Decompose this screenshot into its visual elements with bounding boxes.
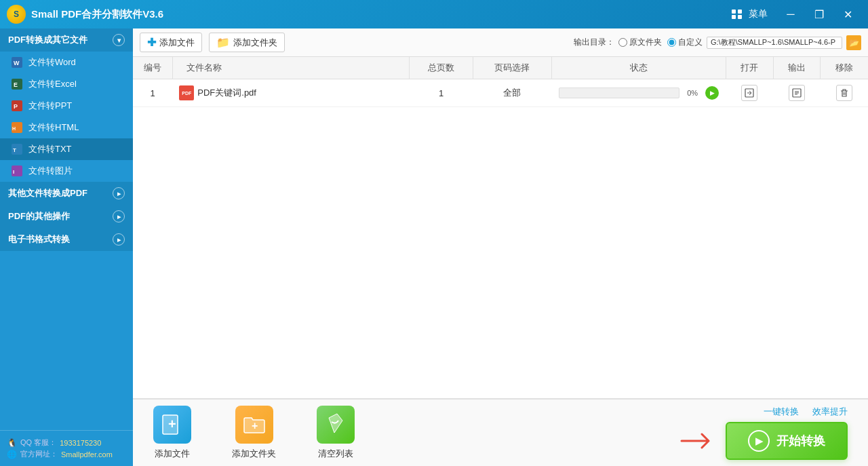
site-link[interactable]: Smallpdfer.com <box>61 450 113 459</box>
add-folder-big-label: 添加文件夹 <box>232 448 276 460</box>
start-area: 一键转换 效率提升 ▶ 开始转换 <box>678 406 848 460</box>
svg-text:W: W <box>14 60 20 66</box>
add-folder-big-icon: + <box>235 406 273 444</box>
col-output: 输出 <box>773 57 821 79</box>
maximize-button[interactable]: ❐ <box>806 5 833 24</box>
radio-group: 原文件夹 自定义 <box>618 37 703 48</box>
sidebar-section-label: 其他文件转换成PDF <box>8 187 87 199</box>
radio-original-input[interactable] <box>618 38 627 47</box>
sidebar-section-pdf-to-other[interactable]: PDF转换成其它文件 ▾ <box>0 28 133 52</box>
qq-label: QQ 客服： <box>20 438 56 448</box>
sidebar-item-label: 文件转Excel <box>28 78 77 90</box>
start-hint: 一键转换 效率提升 <box>764 406 848 418</box>
col-status: 状态 <box>552 57 726 79</box>
cell-status progress-cell: 0% ▶ <box>552 79 726 107</box>
hint-right: 效率提升 <box>812 406 848 418</box>
add-folder-button[interactable]: 📁 添加文件夹 <box>209 33 285 52</box>
website-row: 🌐 官方网址： Smallpdfer.com <box>7 449 126 459</box>
menu-label: 菜单 <box>749 8 768 20</box>
file-table: 编号 文件名称 总页数 页码选择 状态 打开 输出 移除 1 PDF <box>133 57 868 107</box>
open-file-button[interactable] <box>741 85 757 101</box>
arrow-icon <box>678 431 719 451</box>
minimize-button[interactable]: ─ <box>777 5 804 24</box>
sidebar-section-other-to-pdf[interactable]: 其他文件转换成PDF ▸ <box>0 182 133 205</box>
qq-contact-row: 🐧 QQ 客服： 1933175230 <box>7 438 126 448</box>
add-file-big-icon: + <box>153 406 191 444</box>
col-filename: 文件名称 <box>172 57 410 79</box>
cell-id: 1 <box>133 79 172 107</box>
browse-folder-button[interactable]: 📂 <box>846 35 861 50</box>
svg-text:+: + <box>252 420 258 431</box>
cell-filename: PDF PDF关键词.pdf <box>172 79 410 107</box>
window-controls: ─ ❐ ✕ <box>777 5 861 24</box>
table-header: 编号 文件名称 总页数 页码选择 状态 打开 输出 移除 <box>133 57 868 79</box>
add-folder-icon: 📁 <box>216 36 230 49</box>
table-header-row: 编号 文件名称 总页数 页码选择 状态 打开 输出 移除 <box>133 57 868 79</box>
bottom-add-file[interactable]: + 添加文件 <box>153 406 191 460</box>
sidebar-footer: 🐧 QQ 客服： 1933175230 🌐 官方网址： Smallpdfer.c… <box>0 430 133 466</box>
ppt-icon: P <box>11 100 23 112</box>
output-path-input[interactable] <box>707 37 842 49</box>
radio-custom-input[interactable] <box>667 38 676 47</box>
sidebar-item-to-img[interactable]: I 文件转图片 <box>0 160 133 182</box>
col-remove: 移除 <box>821 57 868 79</box>
sidebar-item-to-html[interactable]: H 文件转HTML <box>0 117 133 138</box>
svg-text:H: H <box>12 126 16 131</box>
sidebar-item-label: 文件转PPT <box>28 100 72 112</box>
add-file-icon: ✚ <box>147 36 156 49</box>
sidebar-item-label: 文件转TXT <box>28 143 72 155</box>
sidebar-item-to-word[interactable]: W 文件转Word <box>0 52 133 73</box>
sidebar-item-to-txt[interactable]: T 文件转TXT <box>0 138 133 160</box>
bottom-add-folder[interactable]: + 添加文件夹 <box>232 406 276 460</box>
output-label: 输出目录： <box>574 37 614 48</box>
chevron-right-icon: ▸ <box>113 233 125 246</box>
sidebar-section-ebook[interactable]: 电子书格式转换 ▸ <box>0 228 133 251</box>
svg-text:+: + <box>168 416 176 431</box>
sidebar-section-pdf-ops[interactable]: PDF的其他操作 ▸ <box>0 205 133 228</box>
cell-output <box>773 79 821 107</box>
svg-text:P: P <box>14 103 18 110</box>
svg-text:T: T <box>13 147 16 153</box>
start-label: 开始转换 <box>776 433 825 449</box>
qq-link[interactable]: 1933175230 <box>60 439 101 447</box>
col-pages: 总页数 <box>410 57 473 79</box>
chevron-down-icon: ▾ <box>113 34 125 46</box>
html-icon: H <box>11 121 23 134</box>
start-convert-button[interactable]: ▶ 开始转换 <box>726 422 848 460</box>
clear-list-big-icon <box>317 406 355 444</box>
main-layout: PDF转换成其它文件 ▾ W 文件转Word E 文件转Excel P 文件转P… <box>0 28 868 466</box>
table-row: 1 PDF PDF关键词.pdf 1 全部 0% ▶ <box>133 79 868 107</box>
radio-original[interactable]: 原文件夹 <box>618 37 662 48</box>
radio-custom-label: 自定义 <box>678 37 703 48</box>
bottom-clear-list[interactable]: 清空列表 <box>317 406 355 460</box>
play-button[interactable]: ▶ <box>705 86 719 100</box>
menu-button[interactable]: 菜单 <box>726 5 773 23</box>
pdf-icon: PDF <box>179 85 194 100</box>
file-table-container: 编号 文件名称 总页数 页码选择 状态 打开 输出 移除 1 PDF <box>133 57 868 398</box>
website-icon: 🌐 <box>7 450 17 459</box>
excel-icon: E <box>11 78 23 90</box>
close-button[interactable]: ✕ <box>834 5 861 24</box>
output-row: 输出目录： 原文件夹 自定义 📂 <box>574 35 861 50</box>
chevron-right-icon: ▸ <box>113 210 125 222</box>
cell-open <box>726 79 773 107</box>
app-title: Small PDF合并分割软件V3.6 <box>31 8 726 21</box>
sidebar-section-label: PDF的其他操作 <box>8 210 70 222</box>
progress-bar-bg <box>559 88 679 98</box>
svg-text:I: I <box>13 169 14 175</box>
remove-button[interactable] <box>836 85 852 101</box>
grid-icon <box>732 9 743 19</box>
sidebar-item-to-excel[interactable]: E 文件转Excel <box>0 73 133 95</box>
toolbar: ✚ 添加文件 📁 添加文件夹 输出目录： 原文件夹 自定义 <box>133 28 868 57</box>
filename-text: PDF关键词.pdf <box>197 87 256 99</box>
output-button[interactable] <box>789 85 805 101</box>
app-logo: S <box>7 5 26 24</box>
progress-label: 0% <box>683 89 702 97</box>
sidebar-item-label: 文件转HTML <box>28 121 79 134</box>
sidebar-item-to-ppt[interactable]: P 文件转PPT <box>0 95 133 117</box>
sidebar-item-label: 文件转Word <box>28 56 76 69</box>
radio-custom[interactable]: 自定义 <box>667 37 703 48</box>
clear-list-big-label: 清空列表 <box>318 448 353 460</box>
add-file-button[interactable]: ✚ 添加文件 <box>140 33 202 52</box>
sidebar: PDF转换成其它文件 ▾ W 文件转Word E 文件转Excel P 文件转P… <box>0 28 133 466</box>
